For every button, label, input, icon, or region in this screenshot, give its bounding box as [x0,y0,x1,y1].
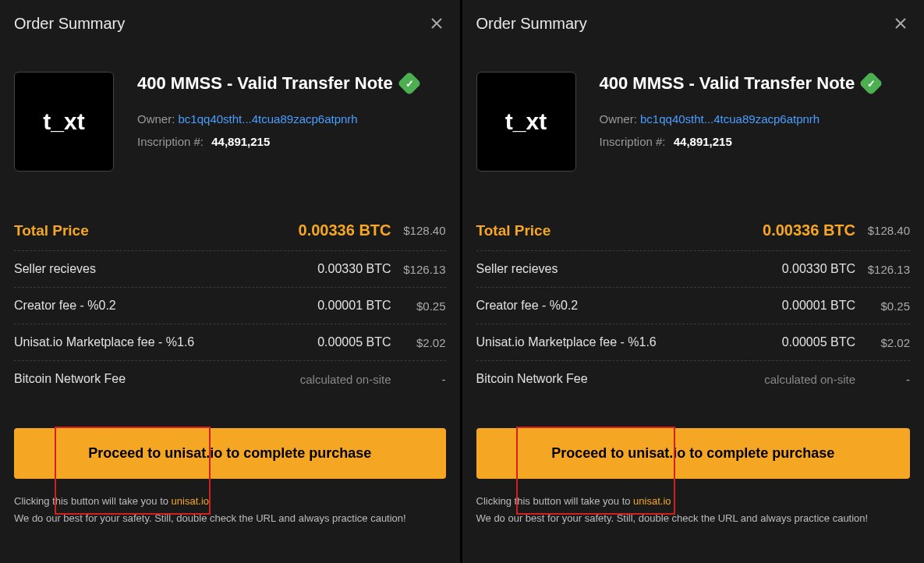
marketplace-fee-btc: 0.00005 BTC [298,335,391,349]
marketplace-fee-btc: 0.00005 BTC [762,335,855,349]
inscription-row: Inscription #: 44,891,215 [600,135,911,148]
total-price-label: Total Price [14,222,298,239]
footer-line2: We do our best for your safety. Still, d… [476,512,869,524]
marketplace-fee-row: Unisat.io Marketplace fee - %1.6 0.00005… [476,324,911,361]
network-fee-row: Bitcoin Network Fee calculated on-site - [14,361,446,397]
price-breakdown: Total Price 0.00336 BTC $128.40 Seller r… [476,211,911,397]
creator-fee-label: Creator fee - %0.2 [476,299,763,313]
item-section: t_xt 400 MMSS - Valid Transfer Note Owne… [14,72,446,172]
close-button[interactable] [427,14,446,33]
verified-icon [397,71,421,95]
network-fee-usd: - [855,373,910,386]
panel-title: Order Summary [476,15,587,33]
marketplace-fee-row: Unisat.io Marketplace fee - %1.6 0.00005… [14,324,446,361]
price-breakdown: Total Price 0.00336 BTC $128.40 Seller r… [14,211,446,397]
seller-receives-usd: $126.13 [855,263,910,276]
order-summary-panel: Order Summary t_xt 400 MMSS - Valid Tran… [462,0,925,563]
close-icon [430,17,443,30]
item-thumbnail: t_xt [476,72,576,172]
network-fee-usd: - [391,373,446,386]
seller-receives-label: Seller recieves [14,262,298,276]
footer-line1-prefix: Clicking this button will take you to [14,495,172,507]
owner-address-link[interactable]: bc1qq40stht...4tcua89zacp6atpnrh [640,112,820,126]
inscription-number: 44,891,215 [211,135,270,148]
total-price-btc: 0.00336 BTC [762,221,855,239]
panel-header: Order Summary [14,14,446,33]
seller-receives-row: Seller recieves 0.00330 BTC $126.13 [14,251,446,288]
proceed-button[interactable]: Proceed to unisat.io to complete purchas… [476,428,911,479]
total-price-row: Total Price 0.00336 BTC $128.40 [476,211,911,251]
network-fee-row: Bitcoin Network Fee calculated on-site - [476,361,911,397]
inscription-label: Inscription #: [600,135,666,148]
item-title: 400 MMSS - Valid Transfer Note [137,73,393,94]
panel-title: Order Summary [14,15,125,33]
network-fee-btc: calculated on-site [762,373,855,386]
marketplace-fee-label: Unisat.io Marketplace fee - %1.6 [14,335,298,349]
inscription-row: Inscription #: 44,891,215 [137,135,446,148]
owner-address-link[interactable]: bc1qq40stht...4tcua89zacp6atpnrh [179,112,358,126]
seller-receives-row: Seller recieves 0.00330 BTC $126.13 [476,251,911,288]
item-details: 400 MMSS - Valid Transfer Note Owner: bc… [137,72,446,172]
proceed-button[interactable]: Proceed to unisat.io to complete purchas… [14,428,446,479]
seller-receives-btc: 0.00330 BTC [298,262,391,276]
creator-fee-usd: $0.25 [391,299,446,313]
item-details: 400 MMSS - Valid Transfer Note Owner: bc… [600,72,911,172]
footer-unisat-link[interactable]: unisat.io [172,495,209,507]
network-fee-label: Bitcoin Network Fee [14,372,298,386]
network-fee-btc: calculated on-site [298,373,391,386]
inscription-label: Inscription #: [137,135,204,148]
verified-icon [859,71,883,95]
seller-receives-btc: 0.00330 BTC [762,262,855,276]
marketplace-fee-usd: $2.02 [391,336,446,349]
owner-label: Owner: [137,112,175,126]
footer-unisat-link[interactable]: unisat.io [633,495,671,507]
creator-fee-label: Creator fee - %0.2 [14,299,298,313]
marketplace-fee-label: Unisat.io Marketplace fee - %1.6 [476,335,763,349]
item-title: 400 MMSS - Valid Transfer Note [600,73,855,94]
close-button[interactable] [891,14,910,33]
network-fee-label: Bitcoin Network Fee [476,372,763,386]
close-icon [894,17,907,30]
total-price-row: Total Price 0.00336 BTC $128.40 [14,211,446,251]
footer-disclaimer: Clicking this button will take you to un… [14,493,446,527]
order-summary-panel: Order Summary t_xt 400 MMSS - Valid Tran… [0,0,462,563]
owner-row: Owner: bc1qq40stht...4tcua89zacp6atpnrh [137,112,446,126]
owner-label: Owner: [600,112,637,126]
seller-receives-usd: $126.13 [391,263,446,276]
footer-line1-prefix: Clicking this button will take you to [476,495,634,507]
item-title-row: 400 MMSS - Valid Transfer Note [600,73,911,94]
panel-header: Order Summary [476,14,911,33]
footer-line2: We do our best for your safety. Still, d… [14,512,406,524]
seller-receives-label: Seller recieves [476,262,763,276]
footer-disclaimer: Clicking this button will take you to un… [476,493,911,527]
creator-fee-row: Creator fee - %0.2 0.00001 BTC $0.25 [14,288,446,324]
creator-fee-usd: $0.25 [855,299,910,313]
creator-fee-row: Creator fee - %0.2 0.00001 BTC $0.25 [476,288,911,324]
total-price-btc: 0.00336 BTC [298,221,391,239]
item-section: t_xt 400 MMSS - Valid Transfer Note Owne… [476,72,911,172]
total-price-usd: $128.40 [855,224,910,237]
item-title-row: 400 MMSS - Valid Transfer Note [137,73,446,94]
total-price-label: Total Price [476,222,763,239]
total-price-usd: $128.40 [391,224,446,237]
owner-row: Owner: bc1qq40stht...4tcua89zacp6atpnrh [600,112,911,126]
creator-fee-btc: 0.00001 BTC [298,299,391,313]
item-thumbnail: t_xt [14,72,114,172]
inscription-number: 44,891,215 [674,135,732,148]
creator-fee-btc: 0.00001 BTC [762,299,855,313]
marketplace-fee-usd: $2.02 [855,336,910,349]
